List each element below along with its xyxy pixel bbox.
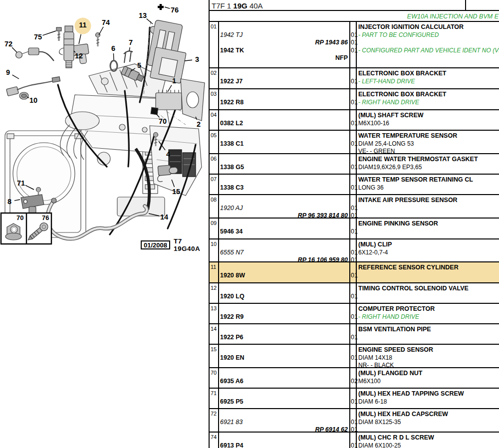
- parts-row-08[interactable]: 08 1920 AJRP 96 393 814 80 0101INTAKE AI…: [210, 195, 499, 219]
- callout-5[interactable]: 5: [136, 61, 143, 70]
- parts-row-15[interactable]: 15 1920 EN 01 ENGINE SPEED SENSORDIAM 14…: [210, 345, 499, 368]
- part-description-line: BSM VENTILATION PIPE: [358, 326, 499, 334]
- parts-row-06[interactable]: 06 1338 G5 01ENGINE WATER THERMOSTAT GAS…: [210, 154, 499, 175]
- part-item-number: 08: [210, 195, 218, 218]
- part-qty-line: 01: [351, 205, 356, 213]
- part-description-cell: (MUL) FLANGED NUTM6X100: [357, 368, 499, 388]
- part-qty-cell: 01: [349, 433, 357, 448]
- part-reference-cell: 1922 R8: [219, 89, 349, 109]
- callout-11-highlighted[interactable]: 11: [75, 18, 91, 34]
- part-description-line: TIMING CONTROL SOLENOID VALVE: [358, 285, 499, 293]
- callout-76[interactable]: 76: [169, 5, 180, 15]
- part-description-cell: (MUL) HEX HEAD TAPPING SCREWDIAM 6-18: [357, 389, 499, 408]
- callout-13[interactable]: 13: [137, 11, 148, 20]
- parts-row-12[interactable]: 12 1920 LQ 01TIMING CONTROL SOLENOID VAL…: [210, 283, 499, 304]
- part-reference-line: 1920 8W: [220, 272, 348, 280]
- part-description-line: [358, 256, 499, 261]
- callout-8[interactable]: 8: [6, 197, 13, 207]
- part-reference-cell: 6935 A6: [219, 368, 349, 388]
- part-description-line: - PART TO BE CONFIGURED: [358, 31, 499, 39]
- part-qty-line: [351, 156, 356, 164]
- part-qty-cell: 01: [349, 262, 357, 282]
- parts-row-04[interactable]: 04 0382 L2 01(MUL) SHAFT SCREWM6X100-16: [210, 110, 499, 131]
- part-description-line: DIAM19,6X26,9 EP3,65: [358, 164, 499, 172]
- part-description-cell: REFERENCE SENSOR CYLINDER: [357, 262, 499, 282]
- part-reference-line: [220, 91, 348, 99]
- part-qty-cell: 0101: [349, 239, 357, 261]
- part-reference-line: [220, 411, 348, 419]
- part-reference-line: [220, 112, 348, 120]
- part-description-line: (MUL) HEX HEAD TAPPING SCREW: [358, 390, 499, 398]
- parts-row-05[interactable]: 05 1338 C1 01 WATER TEMPERATURE SENSORDI…: [210, 131, 499, 154]
- callout-75[interactable]: 75: [32, 32, 43, 42]
- part-reference-line: 1922 R8: [220, 99, 348, 107]
- callout-10[interactable]: 10: [28, 96, 39, 105]
- parts-row-70[interactable]: 70 6935 A6 02(MUL) FLANGED NUTM6X100: [210, 368, 499, 389]
- callout-74[interactable]: 74: [100, 18, 111, 27]
- callout-7[interactable]: 7: [127, 38, 134, 47]
- leader-line-9: [12, 75, 19, 79]
- parts-row-02[interactable]: 02 1922 J7 01ELECTRONIC BOX BRACKET- LEF…: [210, 68, 499, 89]
- part-description-cell: ENGINE PINKING SENSOR: [357, 219, 499, 238]
- parts-row-01[interactable]: 01 1942 TJRP 1943 861942 TKNFP 010101 IN…: [210, 22, 499, 68]
- part-description-line: [358, 426, 499, 432]
- page-code-header: T7F 1 19G 40A: [210, 0, 499, 11]
- parts-row-07[interactable]: 07 1338 C3 01WATER TEMP SENSOR RETAINING…: [210, 175, 499, 195]
- stamp-figure-code: T7 19G40A: [174, 237, 209, 252]
- part-reference-line: 6555 N7: [220, 249, 348, 257]
- part-description-line: [358, 272, 499, 280]
- part-reference-line: [220, 156, 348, 164]
- parts-row-71[interactable]: 71 6925 P5 01(MUL) HEX HEAD TAPPING SCRE…: [210, 389, 499, 409]
- parts-row-11[interactable]: 11 1920 8W 01REFERENCE SENSOR CYLINDER: [210, 262, 499, 283]
- part-reference-line: 1922 J7: [220, 78, 348, 86]
- parts-row-03[interactable]: 03 1922 R8 01ELECTRONIC BOX BRACKET- RIG…: [210, 89, 499, 110]
- callout-4[interactable]: 4: [165, 150, 172, 159]
- parts-table: T7F 1 19G 40A EW10A INJECTION AND BVM E …: [209, 0, 499, 448]
- part-reference-cell: 6555 N7RP 16 106 959 80: [219, 239, 349, 261]
- part-qty-cell: 01: [349, 345, 357, 367]
- callout-9[interactable]: 9: [4, 68, 11, 77]
- page-code-bold: 19G: [233, 1, 247, 10]
- part-reference-line: NFP: [220, 54, 348, 62]
- part-description-cell: (MUL) CHC R D L SCREWDIAM 6X100-25: [357, 433, 499, 448]
- part-description-line: [358, 212, 499, 218]
- part-reference-cell: 0382 L2: [219, 110, 349, 130]
- part-reference-line: [220, 23, 348, 31]
- parts-row-74[interactable]: 74 6913 P4 01(MUL) CHC R D L SCREWDIAM 6…: [210, 433, 499, 448]
- part-description-line: ELECTRONIC BOX BRACKET: [358, 91, 499, 99]
- callout-12[interactable]: 12: [73, 51, 84, 61]
- part-description-cell: WATER TEMPERATURE SENSORDIAM 25,4-LONG 5…: [357, 131, 499, 153]
- parts-row-13[interactable]: 13 1922 R9 01COMPUTER PROTECTOR- RIGHT H…: [210, 304, 499, 324]
- part-description-line: [358, 228, 499, 236]
- part-description-line: DIAM 6X100-25: [358, 442, 499, 448]
- part-reference-cell: 1922 R9: [219, 304, 349, 323]
- leader-line-15: [172, 180, 174, 187]
- callout-14[interactable]: 14: [159, 213, 170, 222]
- part-description-line: - CONFIGURED PART AND VEHICLE IDENT NO (…: [358, 47, 499, 55]
- part-description-line: ENGINE WATER THERMOSTAT GASKET: [358, 156, 499, 164]
- leader-line-7: [129, 47, 130, 51]
- leader-line-6: [113, 53, 114, 60]
- callout-2[interactable]: 2: [195, 120, 202, 129]
- leader-line-5: [131, 68, 135, 71]
- part-item-number: 12: [210, 283, 218, 303]
- part-description-cell: (MUL) SHAFT SCREWM6X100-16: [357, 110, 499, 130]
- parts-row-09[interactable]: 09 5946 34 01ENGINE PINKING SENSOR: [210, 219, 499, 239]
- callout-15[interactable]: 15: [171, 187, 182, 197]
- leader-line-71: [25, 185, 34, 190]
- part-qty-line: 01: [351, 184, 356, 192]
- callout-3[interactable]: 3: [194, 55, 201, 64]
- callout-72[interactable]: 72: [3, 39, 14, 49]
- callout-71[interactable]: 71: [15, 179, 26, 188]
- callout-1[interactable]: 1: [171, 76, 178, 86]
- parts-row-72[interactable]: 72 6921 83RP 6914 62 0101(MUL) HEX HEAD …: [210, 409, 499, 433]
- parts-row-14[interactable]: 14 1922 P6 01BSM VENTILATION PIPE: [210, 324, 499, 345]
- leader-line-74: [99, 27, 103, 35]
- page-code-suffix: 40A: [248, 1, 263, 10]
- callout-6[interactable]: 6: [110, 44, 117, 53]
- part-description-line: VE- - GREEN: [358, 148, 499, 153]
- part-reference-cell: 1338 C1: [219, 131, 349, 153]
- parts-row-10[interactable]: 10 6555 N7RP 16 106 959 80 0101(MUL) CLI…: [210, 239, 499, 262]
- callout-70[interactable]: 70: [157, 117, 168, 126]
- part-qty-line: [351, 112, 356, 120]
